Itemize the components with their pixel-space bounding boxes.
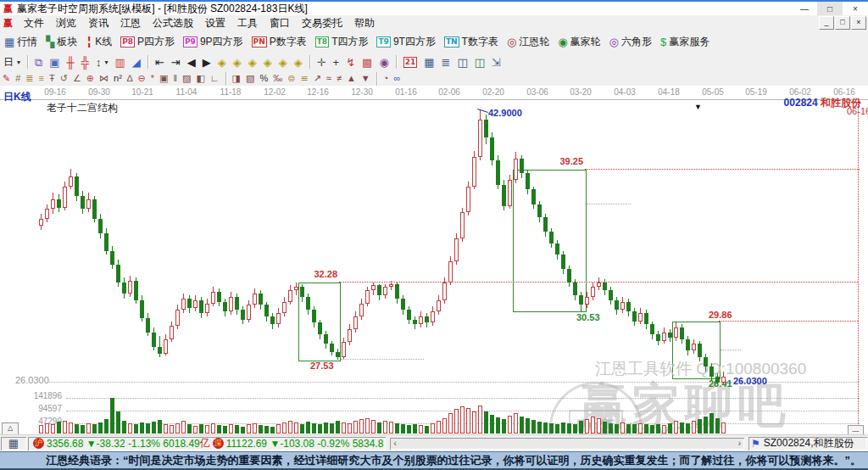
sh-unit: 亿	[200, 436, 210, 450]
tool-stamp-tool[interactable]: ◉	[376, 54, 392, 70]
tool-period-select[interactable]: 日▾	[0, 54, 24, 70]
menu-item-10[interactable]: 帮助	[348, 17, 381, 29]
tool-save-net[interactable]: ◫	[471, 54, 488, 70]
tool-export[interactable]: ⇲	[488, 54, 504, 70]
minimize-button[interactable]: —	[792, 2, 817, 15]
draw-bowtie-tool[interactable]: ⋈	[97, 72, 111, 85]
draw-up-flag-tool[interactable]: ▲	[344, 72, 359, 85]
menu-item-7[interactable]: 工具	[231, 17, 264, 29]
draw-hatch2-tool[interactable]: ▧	[243, 72, 257, 85]
tool-pan-tool[interactable]: ✛	[314, 54, 330, 70]
draw-ray-tool[interactable]: ↗	[311, 72, 324, 85]
draw-t-line-tool[interactable]: Ŧ	[47, 72, 58, 85]
tool-gann-diamond-3[interactable]: ◈	[245, 54, 260, 70]
main-hexagon[interactable]: ◎六角形	[605, 33, 656, 50]
tool-gann-diamond-5[interactable]: ◈	[275, 54, 291, 70]
tool-price-mark[interactable]: ↕▾	[92, 54, 112, 70]
main-kline[interactable]: ╏K线	[81, 33, 116, 50]
draw-square-number-tool[interactable]: n²	[111, 72, 125, 85]
menu-item-2[interactable]: 浏览	[50, 17, 82, 29]
tool-kline-style-2[interactable]: ╬	[78, 54, 92, 70]
draw-ellipse-tool[interactable]: ⊖	[136, 72, 148, 85]
candle	[134, 281, 138, 300]
menu-item-1[interactable]: 文件	[18, 17, 50, 29]
mdi-restore-button[interactable]: □	[835, 16, 850, 30]
draw-angle-tool[interactable]: ∠	[70, 72, 84, 85]
menu-item-6[interactable]: 设置	[199, 17, 231, 29]
tool-gann-diamond-6[interactable]: ◈	[291, 54, 306, 70]
main-winner-service[interactable]: $赢家服务	[656, 33, 714, 50]
scroll-right-icon[interactable]: ›	[738, 439, 741, 448]
draw-pen-tool[interactable]: ✎	[0, 72, 13, 85]
mdi-close-button[interactable]: ×	[851, 16, 866, 30]
main-winner-wheel[interactable]: ◉赢家轮	[554, 33, 604, 50]
draw-shade-box-tool[interactable]: ◨	[230, 72, 243, 85]
tool-next-bar[interactable]: ▶	[199, 54, 214, 70]
draw-gann-grid-tool[interactable]: #	[13, 72, 23, 85]
collapse-volume-button[interactable]: —	[848, 425, 864, 434]
menu-item-5[interactable]: 公式选股	[147, 17, 199, 29]
draw-arc-tool[interactable]: ↺	[58, 72, 70, 85]
tool-calendar[interactable]: 21	[400, 54, 421, 70]
tool-kline-style-1[interactable]: ╫	[64, 54, 78, 70]
draw-wave-tool[interactable]: ≈	[324, 72, 334, 85]
main-quotes[interactable]: ▦行情	[0, 33, 42, 50]
tool-data-list[interactable]: ≣	[438, 54, 454, 70]
scroll-left-icon[interactable]: ‹	[393, 439, 396, 448]
draw-congruent-tool[interactable]: ≌	[298, 72, 310, 85]
main-p-square[interactable]: P8P四方形	[116, 33, 179, 50]
tool-gann-diamond-4[interactable]: ◈	[260, 54, 275, 70]
main-t-square[interactable]: T8T四方形	[311, 33, 373, 50]
tool-save-disk[interactable]: ◫	[453, 54, 470, 70]
draw-channel-tool[interactable]: ≠	[334, 72, 344, 85]
quote-grid-button[interactable]: ▦	[1, 437, 26, 450]
main-t-number-table[interactable]: TNT数字表	[440, 33, 503, 50]
draw-box-tool[interactable]: ▣	[157, 72, 170, 85]
maximize-button[interactable]: □	[817, 2, 843, 15]
draw-half-box-tool[interactable]: ◧	[193, 72, 207, 85]
tool-chart-frame[interactable]: ▥	[112, 54, 129, 70]
volume-bar	[704, 417, 708, 434]
close-button[interactable]: ×	[843, 2, 868, 15]
main-gann-wheel[interactable]: ◎江恩轮	[503, 33, 554, 50]
draw-hatch-tool[interactable]: ▨	[180, 72, 193, 85]
candle	[407, 310, 411, 320]
main-p9-square[interactable]: P99P四方形	[179, 33, 248, 50]
main-sectors[interactable]: ▚板块	[42, 33, 81, 50]
tool-color-flag[interactable]: ◢	[129, 54, 144, 70]
draw-time-levels-tool[interactable]: ≡	[36, 72, 47, 85]
draw-circle-cross-tool[interactable]: ⊕	[84, 72, 97, 85]
draw-permille-tool[interactable]: ‰	[270, 72, 285, 85]
draw-pie-indicator[interactable]: ◔	[381, 72, 392, 85]
main-t9-square[interactable]: T99T四方形	[372, 33, 439, 50]
main-p-number-table[interactable]: PNP数字表	[248, 33, 311, 50]
draw-infinity-indicator[interactable]: ∞	[391, 72, 403, 85]
tool-first-bar[interactable]: ⇤	[152, 54, 168, 70]
chart-canvas[interactable]: 09-1609-3010-2111-0411-1812-0212-1612-30…	[0, 86, 868, 434]
draw-parallel-lines-tool[interactable]: ‖	[170, 72, 180, 85]
draw-balance-tool[interactable]: ⊜	[285, 72, 298, 85]
tool-calculator[interactable]: ▦	[420, 54, 437, 70]
tool-grid-tool[interactable]: ▩	[359, 54, 376, 70]
menu-item-3[interactable]: 资讯	[82, 17, 114, 29]
tool-gann-diamond-2[interactable]: ◈	[230, 54, 245, 70]
mdi-minimize-button[interactable]: _	[819, 16, 834, 30]
draw-percent-tool[interactable]: %	[257, 72, 270, 85]
menu-item-8[interactable]: 窗口	[264, 17, 296, 29]
tool-gann-diamond-1[interactable]: ◈	[214, 54, 230, 70]
tool-last-bar[interactable]: ⇥	[168, 54, 184, 70]
menu-item-4[interactable]: 江恩	[114, 17, 147, 29]
draw-right-angle-tool[interactable]: ∟	[208, 72, 222, 85]
tool-crosshair-tool[interactable]: +	[330, 54, 343, 70]
draw-down-flag-tool[interactable]: ▼	[359, 72, 373, 85]
tool-info-window[interactable]: ▣	[46, 54, 63, 70]
zoom-out-button[interactable]: △	[2, 422, 19, 434]
draw-triangle-tool[interactable]: ∆	[125, 72, 136, 85]
menu-item-9[interactable]: 交易委托	[296, 17, 348, 29]
tool-trend-tool[interactable]: ↯	[342, 54, 359, 70]
draw-price-levels-tool[interactable]: ≣	[23, 72, 36, 85]
draw-star-tool[interactable]: *	[148, 72, 157, 85]
tool-cascade-windows[interactable]: ⧉	[31, 54, 46, 70]
horizontal-scrollbar[interactable]: ‹ ›	[390, 438, 744, 450]
tool-prev-bar[interactable]: ◀	[184, 54, 199, 70]
